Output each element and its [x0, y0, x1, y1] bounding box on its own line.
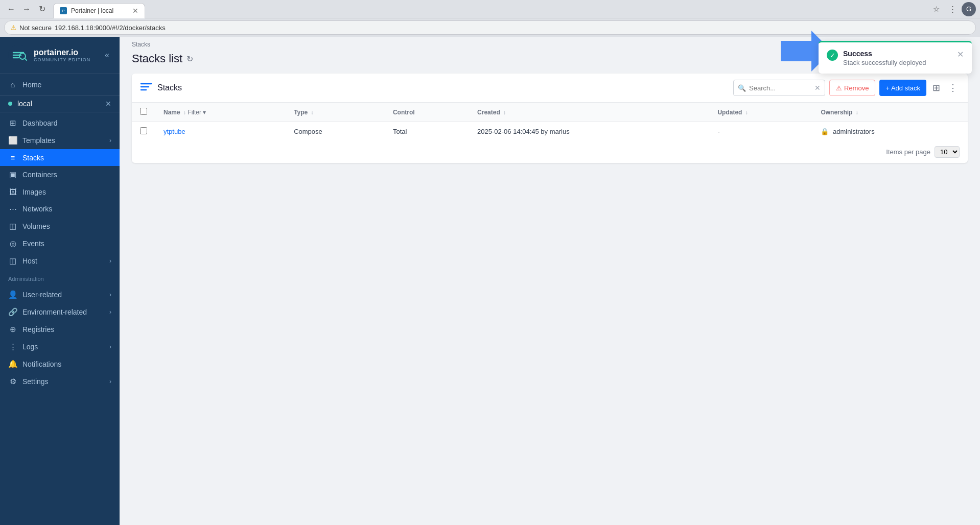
sidebar-item-volumes[interactable]: ◫ Volumes: [0, 218, 120, 235]
home-icon: ⌂: [8, 80, 17, 89]
search-input[interactable]: [749, 84, 811, 92]
updated-header-label: Updated: [717, 109, 742, 116]
user-related-icon: 👤: [8, 290, 17, 299]
address-text: 192.168.1.18:9000/#!/2/docker/stacks: [55, 24, 166, 32]
sidebar-item-dashboard[interactable]: ⊞ Dashboard: [0, 114, 120, 132]
sidebar-item-user-related[interactable]: 👤 User-related ›: [0, 286, 120, 303]
main-content: Stacks Stacks list ↻ Stacks 🔍 ✕: [120, 37, 980, 525]
sidebar-item-host[interactable]: ◫ Host ›: [0, 252, 120, 270]
registries-icon: ⊕: [8, 325, 17, 334]
environment-related-chevron-icon: ›: [109, 308, 111, 316]
items-per-page-select[interactable]: 10 25 50: [935, 146, 960, 158]
sidebar-home-label: Home: [22, 81, 111, 89]
sidebar-item-containers[interactable]: ▣ Containers: [0, 166, 120, 183]
ownership-value: administrators: [833, 128, 875, 135]
name-cell: ytptube: [155, 122, 286, 141]
type-column-header: Type ↕: [286, 103, 385, 122]
sidebar-item-events[interactable]: ◎ Events: [0, 235, 120, 252]
toast-check-icon: ✓: [827, 50, 838, 61]
add-stack-button[interactable]: + Add stack: [879, 80, 926, 96]
more-options-button[interactable]: ⋮: [946, 80, 960, 96]
stacks-panel-header: Stacks 🔍 ✕ ⚠ Remove + Add stack ⊞ ⋮: [132, 74, 968, 103]
tab-close-button[interactable]: ✕: [132, 7, 138, 15]
search-clear-button[interactable]: ✕: [814, 84, 821, 92]
logs-icon: ⋮: [8, 342, 17, 351]
type-header-label: Type: [294, 109, 308, 116]
created-header-label: Created: [477, 109, 500, 116]
select-all-checkbox[interactable]: [140, 108, 147, 115]
table-header-row: Name ↕ Filter ▾ Type ↕ Control Created: [132, 103, 968, 122]
reload-button[interactable]: ↻: [35, 2, 49, 16]
sidebar-item-logs[interactable]: ⋮ Logs ›: [0, 338, 120, 355]
host-icon: ◫: [8, 256, 17, 266]
tab-favicon: P: [60, 7, 67, 14]
remove-icon: ⚠: [836, 84, 842, 92]
filter-button[interactable]: Filter ▾: [188, 109, 206, 116]
templates-icon: ⬜: [8, 136, 17, 145]
type-cell: Compose: [286, 122, 385, 141]
sidebar-item-registries[interactable]: ⊕ Registries: [0, 321, 120, 338]
tab-title: Portainer | local: [71, 7, 113, 14]
stacks-table: Name ↕ Filter ▾ Type ↕ Control Created: [132, 103, 968, 141]
name-header-label: Name: [164, 109, 180, 116]
sidebar-item-home[interactable]: ⌂ Home: [0, 76, 120, 93]
control-column-header: Control: [385, 103, 469, 122]
address-bar[interactable]: ⚠ Not secure 192.168.1.18:9000/#!/2/dock…: [4, 20, 976, 35]
templates-chevron-icon: ›: [109, 137, 111, 144]
sidebar-item-notifications[interactable]: 🔔 Notifications: [0, 355, 120, 373]
logo-text: portainer.io COMMUNITY EDITION: [34, 48, 90, 62]
remove-label: Remove: [844, 84, 869, 92]
user-avatar[interactable]: G: [962, 2, 976, 16]
sidebar-admin-section: 👤 User-related › 🔗 Environment-related ›…: [0, 284, 120, 392]
sidebar-logo: portainer.io COMMUNITY EDITION «: [0, 37, 120, 74]
env-close-button[interactable]: ✕: [105, 100, 111, 108]
bookmark-button[interactable]: ☆: [929, 2, 943, 16]
created-cell: 2025-02-06 14:04:45 by marius: [469, 122, 709, 141]
sidebar-collapse-button[interactable]: «: [103, 49, 111, 62]
view-toggle-button[interactable]: ⊞: [930, 80, 942, 96]
networks-icon: ⋯: [8, 204, 17, 213]
updated-column-header: Updated ↕: [709, 103, 812, 122]
updated-cell: -: [709, 122, 812, 141]
stack-name-link[interactable]: ytptube: [164, 128, 185, 135]
sidebar-environment: local ✕: [0, 95, 120, 112]
logs-chevron-icon: ›: [109, 343, 111, 350]
sidebar-env-section: ⊞ Dashboard ⬜ Templates › ≡ Stacks ▣ Con…: [0, 112, 120, 272]
env-status-dot: [8, 102, 12, 106]
stacks-panel: Stacks 🔍 ✕ ⚠ Remove + Add stack ⊞ ⋮: [132, 74, 968, 163]
sidebar-settings-label: Settings: [22, 377, 104, 386]
toast-close-button[interactable]: ✕: [957, 50, 964, 59]
more-options-button[interactable]: ⋮: [945, 2, 960, 16]
environment-related-icon: 🔗: [8, 307, 17, 317]
row-checkbox[interactable]: [140, 127, 147, 134]
sidebar-item-images[interactable]: 🖼 Images: [0, 183, 120, 200]
ownership-sort-icon: ↕: [856, 110, 858, 115]
containers-icon: ▣: [8, 170, 17, 179]
search-box: 🔍 ✕: [733, 80, 825, 96]
back-button[interactable]: ←: [4, 2, 18, 16]
sidebar-item-networks[interactable]: ⋯ Networks: [0, 200, 120, 218]
control-cell: Total: [385, 122, 469, 141]
refresh-button[interactable]: ↻: [186, 54, 193, 64]
sidebar-item-settings[interactable]: ⚙ Settings ›: [0, 373, 120, 390]
name-column-header: Name ↕ Filter ▾: [155, 103, 286, 122]
sidebar-stacks-label: Stacks: [22, 154, 111, 162]
ownership-column-header: Ownership ↕: [812, 103, 968, 122]
events-icon: ◎: [8, 239, 17, 248]
remove-button[interactable]: ⚠ Remove: [829, 80, 875, 96]
page-title: Stacks list: [132, 52, 182, 65]
logo-title: portainer.io: [34, 48, 90, 57]
control-header-label: Control: [393, 109, 415, 116]
forward-button[interactable]: →: [19, 2, 34, 16]
ownership-cell: 🔒 administrators: [812, 122, 968, 141]
browser-tab[interactable]: P Portainer | local ✕: [53, 3, 145, 18]
sidebar-networks-label: Networks: [22, 205, 111, 213]
sidebar-item-stacks[interactable]: ≡ Stacks: [0, 149, 120, 166]
toast-title: Success: [843, 50, 952, 58]
table-row: ytptube Compose Total 2025-02-06 14:04:4…: [132, 122, 968, 141]
row-checkbox-cell: [132, 122, 155, 141]
portainer-logo: [8, 45, 29, 65]
created-column-header: Created ↕: [469, 103, 709, 122]
sidebar-item-templates[interactable]: ⬜ Templates ›: [0, 132, 120, 149]
sidebar-item-environment-related[interactable]: 🔗 Environment-related ›: [0, 303, 120, 321]
